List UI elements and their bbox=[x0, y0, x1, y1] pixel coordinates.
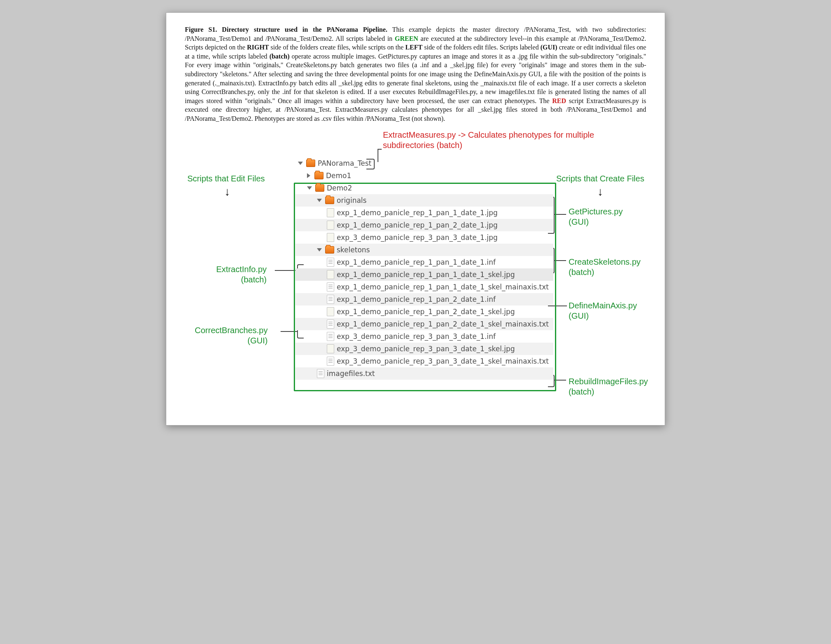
disclosure-open-icon[interactable] bbox=[307, 186, 312, 190]
file-name: exp_3_demo_panicle_rep_3_pan_3_date_1.jp… bbox=[337, 233, 498, 242]
tree-row-file[interactable]: exp_3_demo_panicle_rep_3_pan_3_date_1.jp… bbox=[295, 231, 553, 244]
file-name: exp_3_demo_panicle_rep_3_pan_3_date_1_sk… bbox=[337, 345, 515, 353]
inf-file-icon bbox=[327, 258, 334, 267]
label-define-main-axis: DefineMainAxis.py (GUI) bbox=[569, 301, 637, 321]
inf-file-icon bbox=[327, 332, 334, 341]
file-name: exp_1_demo_panicle_rep_1_pan_1_date_1.in… bbox=[337, 258, 496, 266]
txt-file-icon bbox=[327, 357, 334, 366]
directory-diagram: ExtractMeasures.py -> Calculates phenoty… bbox=[185, 132, 646, 409]
folder-name: PANorama_Test bbox=[318, 159, 371, 167]
label-create-files: Scripts that Create Files bbox=[556, 174, 644, 184]
file-name: exp_1_demo_panicle_rep_1_pan_2_date_1.jp… bbox=[337, 221, 498, 229]
label-correct-branches: CorrectBranches.py (GUI) bbox=[195, 325, 268, 346]
connector bbox=[281, 331, 297, 332]
tree-row-file[interactable]: exp_1_demo_panicle_rep_1_pan_2_date_1_sk… bbox=[295, 306, 553, 318]
tree-row-file[interactable]: exp_1_demo_panicle_rep_1_pan_1_date_1_sk… bbox=[295, 268, 553, 281]
tree-row-skeletons[interactable]: skeletons bbox=[295, 244, 553, 256]
disclosure-open-icon[interactable] bbox=[298, 162, 303, 165]
caption-right-word: RIGHT bbox=[247, 44, 269, 51]
jpg-file-icon bbox=[327, 344, 334, 353]
connector bbox=[378, 149, 382, 150]
connector bbox=[554, 380, 566, 381]
file-name: exp_1_demo_panicle_rep_1_pan_2_date_1_sk… bbox=[337, 308, 515, 316]
caption-text-3: side of the folders create files, while … bbox=[269, 44, 405, 51]
folder-icon bbox=[306, 160, 315, 167]
folder-name: skeletons bbox=[337, 246, 370, 254]
disclosure-closed-icon[interactable] bbox=[307, 173, 310, 178]
caption-text-6: operate across multiple images. GetPictu… bbox=[185, 53, 646, 104]
txt-file-icon bbox=[327, 320, 334, 329]
caption-red-word: RED bbox=[552, 97, 566, 104]
file-name: exp_1_demo_panicle_rep_1_pan_2_date_1_sk… bbox=[337, 320, 549, 328]
tree-row-file[interactable]: exp_1_demo_panicle_rep_1_pan_2_date_1_sk… bbox=[295, 318, 553, 330]
figure-caption: Figure S1. Directory structure used in t… bbox=[185, 25, 646, 123]
disclosure-open-icon[interactable] bbox=[317, 199, 322, 202]
tree-row-file[interactable]: exp_3_demo_panicle_rep_3_pan_3_date_1_sk… bbox=[295, 343, 553, 355]
arrow-down-icon: ↓ bbox=[597, 185, 603, 198]
tree-row-file[interactable]: exp_1_demo_panicle_rep_1_pan_1_date_1.jp… bbox=[295, 207, 553, 219]
caption-green-word: GREEN bbox=[395, 35, 418, 42]
folder-icon bbox=[315, 184, 324, 192]
label-rebuild-image-files: RebuildImageFiles.py (batch) bbox=[569, 376, 648, 397]
jpg-file-icon bbox=[327, 208, 334, 217]
connector bbox=[275, 270, 297, 271]
tree-row-file[interactable]: exp_1_demo_panicle_rep_1_pan_1_date_1_sk… bbox=[295, 281, 553, 293]
file-name: exp_1_demo_panicle_rep_1_pan_1_date_1_sk… bbox=[337, 270, 515, 279]
txt-file-icon bbox=[317, 369, 324, 378]
caption-lead: Figure S1. Directory structure used in t… bbox=[185, 26, 387, 33]
tree-row-file[interactable]: exp_1_demo_panicle_rep_1_pan_2_date_1.jp… bbox=[295, 219, 553, 231]
folder-icon bbox=[325, 197, 334, 204]
folder-icon bbox=[314, 172, 323, 179]
tree-row-demo2[interactable]: Demo2 bbox=[295, 182, 553, 194]
caption-text-4: side of the folders edit files. Scripts … bbox=[423, 44, 541, 51]
folder-icon bbox=[325, 246, 334, 254]
file-name: exp_1_demo_panicle_rep_1_pan_1_date_1.jp… bbox=[337, 209, 498, 217]
inf-file-icon bbox=[327, 295, 334, 304]
caption-left-word: LEFT bbox=[405, 44, 423, 51]
label-extract-measures: ExtractMeasures.py -> Calculates phenoty… bbox=[383, 130, 614, 150]
label-create-skeletons: CreateSkeletons.py (batch) bbox=[569, 257, 641, 277]
file-name: exp_3_demo_panicle_rep_3_pan_3_date_1.in… bbox=[337, 332, 496, 341]
jpg-file-icon bbox=[327, 307, 334, 316]
tree-row-file[interactable]: exp_1_demo_panicle_rep_1_pan_1_date_1.in… bbox=[295, 256, 553, 268]
folder-name: originals bbox=[337, 196, 366, 204]
jpg-file-icon bbox=[327, 233, 334, 242]
file-name: exp_1_demo_panicle_rep_1_pan_1_date_1_sk… bbox=[337, 283, 549, 291]
connector bbox=[555, 306, 567, 306]
jpg-file-icon bbox=[327, 270, 334, 279]
tree-row-file[interactable]: exp_3_demo_panicle_rep_3_pan_3_date_1.in… bbox=[295, 330, 553, 343]
file-name: exp_3_demo_panicle_rep_3_pan_3_date_1_sk… bbox=[337, 357, 549, 365]
label-get-pictures: GetPictures.py (GUI) bbox=[569, 207, 623, 227]
file-name: exp_1_demo_panicle_rep_1_pan_2_date_1.in… bbox=[337, 295, 496, 303]
tree-row-file[interactable]: exp_3_demo_panicle_rep_3_pan_3_date_1_sk… bbox=[295, 355, 553, 367]
tree-row-file[interactable]: exp_1_demo_panicle_rep_1_pan_2_date_1.in… bbox=[295, 293, 553, 306]
caption-batch-word: (batch) bbox=[269, 53, 290, 60]
txt-file-icon bbox=[327, 282, 334, 291]
caption-gui-word: (GUI) bbox=[541, 44, 557, 51]
tree-row-demo1[interactable]: Demo1 bbox=[295, 169, 553, 182]
tree-row-root[interactable]: PANorama_Test bbox=[295, 157, 553, 169]
folder-name: Demo2 bbox=[327, 184, 352, 192]
connector bbox=[554, 214, 566, 215]
file-name: imagefiles.txt bbox=[327, 369, 375, 378]
label-edit-files: Scripts that Edit Files bbox=[187, 174, 265, 184]
tree-row-imagefiles[interactable]: imagefiles.txt bbox=[295, 367, 553, 380]
figure-page: Figure S1. Directory structure used in t… bbox=[166, 12, 665, 425]
label-extract-info: ExtractInfo.py (batch) bbox=[216, 264, 267, 285]
connector bbox=[554, 260, 566, 261]
disclosure-open-icon[interactable] bbox=[317, 248, 322, 251]
tree-row-originals[interactable]: originals bbox=[295, 194, 553, 207]
folder-name: Demo1 bbox=[326, 172, 351, 180]
file-tree: PANorama_Test Demo1 Demo2 originals bbox=[295, 157, 553, 380]
jpg-file-icon bbox=[327, 221, 334, 230]
arrow-down-icon: ↓ bbox=[224, 185, 230, 198]
